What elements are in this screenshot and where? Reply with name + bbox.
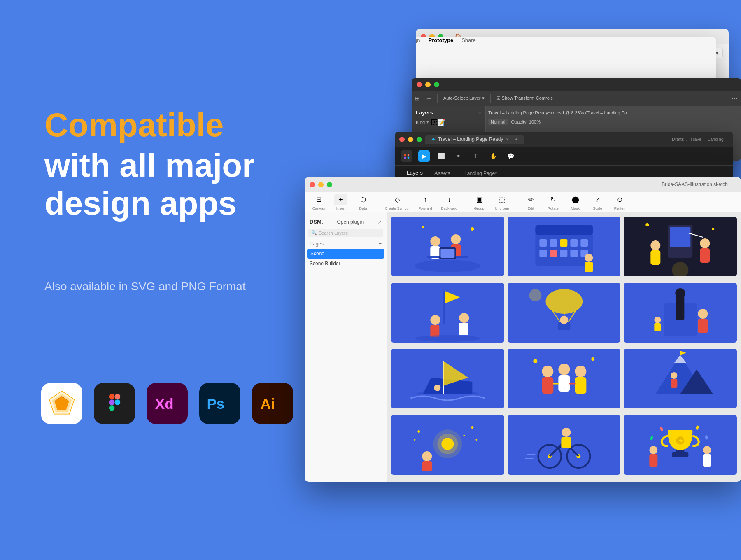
svg-rect-57 <box>406 283 489 343</box>
svg-point-22 <box>430 236 440 246</box>
sketch-canvas-tool[interactable]: ⊞ Canvas <box>309 192 329 212</box>
sketch-pages-header: Pages + <box>305 239 387 249</box>
svg-point-134 <box>650 446 658 454</box>
illustration-11 <box>508 415 621 475</box>
figma-menu-icon[interactable] <box>401 150 412 162</box>
sketch-open-plugin-label[interactable]: Open plugin <box>337 219 364 225</box>
ps-normal-label: Normal <box>488 119 508 125</box>
ps-icon[interactable]: Ps <box>199 383 240 424</box>
sketch-minimize-dot[interactable] <box>318 182 324 187</box>
svg-rect-37 <box>570 239 578 247</box>
sketch-symbol-icon: ◇ <box>391 194 404 205</box>
svg-rect-18 <box>404 156 406 159</box>
figma-tab-close[interactable]: ✕ <box>506 137 509 142</box>
xd-title-bar: 🏠 Design Prototype Share <box>416 29 729 44</box>
sketch-search-placeholder: Search Layers <box>319 231 348 236</box>
svg-point-30 <box>422 226 424 228</box>
figma-drafts-label: Drafts <box>672 137 684 142</box>
headline-compatible: Compatible <box>44 107 275 143</box>
sketch-scene-item[interactable]: Scene <box>307 249 384 259</box>
svg-text:Ai: Ai <box>261 396 275 412</box>
sketch-create-symbol-tool[interactable]: ◇ Create Symbol <box>382 192 413 212</box>
svg-rect-89 <box>575 377 586 394</box>
ps-kind-label: Kind <box>416 120 425 125</box>
svg-point-71 <box>560 316 568 324</box>
figma-text-tool[interactable]: T <box>470 150 482 162</box>
sketch-mask-tool[interactable]: ⬤ Mask <box>566 192 585 212</box>
sketch-scene-builder-item[interactable]: Scene Builder <box>305 259 387 268</box>
xd-icon[interactable]: Xd <box>147 383 188 424</box>
sketch-close-dot[interactable] <box>310 182 315 187</box>
sketch-edit-tool[interactable]: ✏ Edit <box>521 192 541 212</box>
svg-rect-10 <box>109 399 114 405</box>
figma-close-dot[interactable] <box>399 137 405 142</box>
sketch-rotate-tool[interactable]: ↻ Rotate <box>543 192 563 212</box>
ps-layers-header: Layers ≡ <box>413 108 484 117</box>
figma-maximize-dot[interactable] <box>417 137 422 142</box>
sketch-add-page-icon[interactable]: + <box>379 241 382 247</box>
sketch-title-bar: Brida-SAAS-Illustration.sketch <box>305 177 741 192</box>
figma-select-tool[interactable]: ▶ <box>418 150 430 162</box>
svg-point-84 <box>434 385 440 391</box>
svg-point-29 <box>471 227 474 231</box>
sketch-icon[interactable] <box>41 383 82 424</box>
sketch-flatten-tool[interactable]: ⊙ Flatten <box>610 192 630 212</box>
sketch-search[interactable]: 🔍 Search Layers <box>308 229 383 237</box>
ps-maximize-dot[interactable] <box>434 82 439 87</box>
illustration-4 <box>391 283 504 343</box>
svg-point-19 <box>408 156 410 159</box>
ps-tab-label: Travel – Landing Page Ready~xd.psd @ 8.3… <box>488 110 631 115</box>
svg-point-11 <box>114 399 120 405</box>
ps-blend-row: Normal Opacity: 100% <box>488 119 739 125</box>
svg-rect-63 <box>459 323 468 335</box>
sketch-forward-tool[interactable]: ↑ Forward <box>415 192 436 212</box>
ps-minimize-dot[interactable] <box>425 82 431 87</box>
sketch-search-icon: 🔍 <box>311 230 317 236</box>
svg-rect-34 <box>539 239 547 247</box>
sketch-canvas-label: Canvas <box>312 206 325 210</box>
sketch-dsm-row: DSM. Open plugin ↗ <box>305 217 387 227</box>
sketch-insert-tool[interactable]: + Insert <box>331 192 351 212</box>
sketch-backward-label: Backward <box>441 206 458 210</box>
figma-comment-tool[interactable]: 💬 <box>505 150 516 162</box>
figma-pen-tool[interactable]: ✒ <box>453 150 464 162</box>
svg-rect-48 <box>670 227 691 247</box>
svg-point-44 <box>585 254 593 262</box>
figma-page-label: Landing Page <box>464 170 495 176</box>
right-content: 🏠 Design Prototype Share 🔍 All Items ▾ ◀… <box>305 21 741 515</box>
figma-minimize-dot[interactable] <box>408 137 413 142</box>
svg-rect-40 <box>550 250 557 257</box>
sketch-group-tool[interactable]: ▣ Group <box>469 192 489 212</box>
svg-point-113 <box>417 430 420 433</box>
figma-icon[interactable] <box>94 383 135 424</box>
figma-file-tab[interactable]: ✦ Travel – Landing Page Ready ✕ + <box>425 135 524 144</box>
sketch-main: DSM. Open plugin ↗ 🔍 Search Layers Pages… <box>305 212 741 482</box>
sketch-rotate-label: Rotate <box>548 206 559 210</box>
left-content: Compatible with all majordesign apps <box>44 107 275 222</box>
sketch-data-tool[interactable]: ⬡ Data <box>353 192 373 212</box>
svg-rect-52 <box>700 248 710 263</box>
svg-point-60 <box>430 315 440 325</box>
svg-rect-125 <box>561 437 571 448</box>
sketch-backward-tool[interactable]: ↓ Backward <box>438 192 461 212</box>
figma-frame-tool[interactable]: ⬜ <box>436 150 447 162</box>
ai-icon[interactable]: Ai <box>252 383 293 424</box>
svg-point-77 <box>698 309 708 319</box>
svg-rect-41 <box>560 250 567 257</box>
svg-point-94 <box>533 359 537 363</box>
ps-title-bar <box>412 78 741 91</box>
figma-tab-add[interactable]: + <box>515 137 517 142</box>
sketch-ungroup-tool[interactable]: ⬚ Ungroup <box>492 192 513 212</box>
sketch-maximize-dot[interactable] <box>327 182 332 187</box>
ps-close-dot[interactable] <box>417 82 422 87</box>
figma-hand-tool[interactable]: ✋ <box>487 150 499 162</box>
ps-transform-label: ☑ Show Transform Controls <box>496 96 553 101</box>
illustration-2 <box>508 217 621 276</box>
svg-point-112 <box>475 439 477 441</box>
figma-travel-label: Travel – Landing <box>690 137 724 142</box>
sketch-scale-tool[interactable]: ⤢ Scale <box>588 192 608 212</box>
sketch-mask-icon: ⬤ <box>569 194 582 205</box>
illustration-6 <box>624 283 737 343</box>
svg-rect-9 <box>114 394 120 399</box>
ps-type-icons: 🖼📝 <box>431 118 445 126</box>
